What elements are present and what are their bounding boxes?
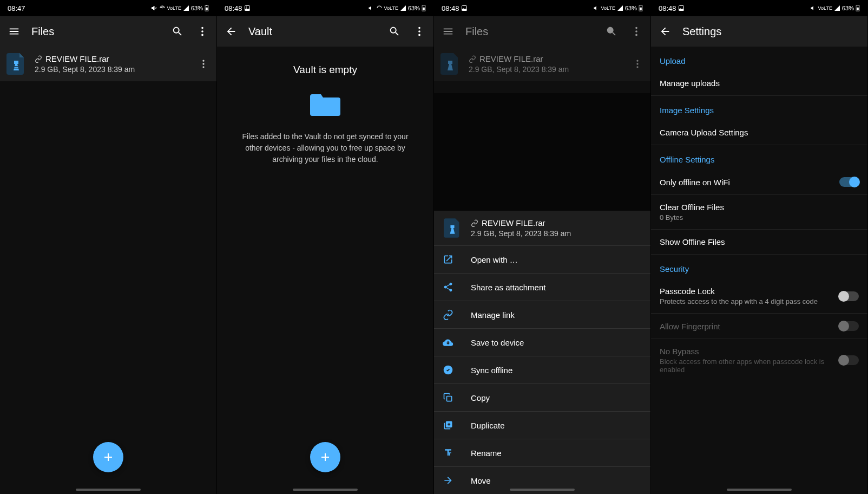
copy-icon xyxy=(442,391,455,404)
toggle-no-bypass xyxy=(839,355,859,365)
section-offline: Offline Settings xyxy=(651,145,867,170)
more-icon[interactable] xyxy=(412,24,427,39)
hamburger-icon[interactable] xyxy=(6,24,22,39)
section-upload: Upload xyxy=(651,47,867,71)
nav-indicator xyxy=(510,489,575,491)
svg-point-28 xyxy=(636,66,638,68)
open-external-icon xyxy=(442,253,455,266)
action-open-with[interactable]: Open with … xyxy=(434,246,650,274)
status-bar: 08:48 VoLTE 63% xyxy=(651,0,867,16)
sheet-file-meta: 2.9 GB, Sept 8, 2023 8:39 am xyxy=(471,229,643,238)
file-type-icon xyxy=(439,53,461,75)
file-type-icon xyxy=(5,53,27,75)
setting-only-wifi[interactable]: Only offline on WiFi xyxy=(651,170,867,195)
screen-settings: 08:48 VoLTE 63% Settings Upload Manage u… xyxy=(651,0,868,494)
setting-no-bypass: No Bypass Block access from other apps w… xyxy=(651,339,867,381)
file-name: REVIEW FILE.rar xyxy=(45,54,109,63)
svg-rect-34 xyxy=(857,8,859,10)
screen-vault: 08:48 VoLTE 63% Vault Vault is empty Fil… xyxy=(217,0,434,494)
status-icons: VoLTE 63% xyxy=(151,5,209,11)
search-icon[interactable] xyxy=(170,24,185,39)
empty-description: Files added to the Vault do not get sync… xyxy=(228,131,423,165)
fab-add-button[interactable] xyxy=(93,442,123,472)
arrow-right-icon xyxy=(442,474,455,487)
content-area: REVIEW FILE.rar 2.9 GB, Sept 8, 2023 8:3… xyxy=(434,47,650,494)
screen-files: 08:47 VoLTE 63% Files xyxy=(0,0,217,494)
page-title: Files xyxy=(31,25,160,38)
setting-clear-offline[interactable]: Clear Offline Files 0 Bytes xyxy=(651,195,867,230)
svg-point-11 xyxy=(202,66,204,68)
action-rename[interactable]: Rename xyxy=(434,439,650,467)
svg-rect-8 xyxy=(12,68,21,69)
svg-point-26 xyxy=(636,60,638,62)
status-bar: 08:48 VoLTE 63% xyxy=(217,0,433,16)
action-copy[interactable]: Copy xyxy=(434,384,650,412)
section-image: Image Settings xyxy=(651,96,867,120)
svg-point-9 xyxy=(202,60,204,62)
setting-fingerprint: Allow Fingerprint xyxy=(651,314,867,339)
folder-icon xyxy=(310,92,340,116)
sheet-header: REVIEW FILE.rar 2.9 GB, Sept 8, 2023 8:3… xyxy=(434,211,650,246)
search-icon[interactable] xyxy=(387,24,402,39)
svg-point-17 xyxy=(418,30,420,32)
duplicate-icon xyxy=(442,419,455,432)
nav-indicator xyxy=(76,489,141,491)
more-icon[interactable] xyxy=(195,24,210,39)
status-time: 08:48 xyxy=(442,4,468,12)
svg-rect-6 xyxy=(14,61,18,64)
setting-show-offline[interactable]: Show Offline Files xyxy=(651,230,867,255)
file-meta: 2.9 GB, Sept 8, 2023 8:39 am xyxy=(35,65,188,74)
fab-add-button[interactable] xyxy=(310,442,340,472)
status-time: 08:47 xyxy=(8,4,25,12)
svg-point-10 xyxy=(202,63,204,64)
status-icons: VoLTE 63% xyxy=(593,5,643,11)
back-icon[interactable] xyxy=(223,24,239,39)
action-save-device[interactable]: Save to device xyxy=(434,329,650,356)
file-name: REVIEW FILE.rar xyxy=(479,54,543,63)
vault-empty-state: Vault is empty Files added to the Vault … xyxy=(217,47,433,494)
svg-rect-1 xyxy=(206,8,208,10)
action-duplicate[interactable]: Duplicate xyxy=(434,412,650,439)
action-share[interactable]: Share as attachment xyxy=(434,274,650,301)
svg-point-18 xyxy=(418,34,420,36)
svg-point-3 xyxy=(201,27,203,29)
link-icon xyxy=(469,55,476,63)
status-bar: 08:47 VoLTE 63% xyxy=(0,0,216,16)
file-more-icon xyxy=(630,56,645,72)
page-title: Settings xyxy=(682,25,861,38)
file-item[interactable]: REVIEW FILE.rar 2.9 GB, Sept 8, 2023 8:3… xyxy=(0,47,216,81)
toggle-only-wifi[interactable] xyxy=(839,177,859,187)
setting-manage-uploads[interactable]: Manage uploads xyxy=(651,71,867,96)
setting-passcode[interactable]: Passcode Lock Protects access to the app… xyxy=(651,279,867,314)
share-icon xyxy=(442,281,455,294)
svg-point-27 xyxy=(636,63,638,64)
svg-point-24 xyxy=(635,34,637,36)
svg-rect-29 xyxy=(450,225,454,228)
status-time: 08:48 xyxy=(225,4,251,12)
app-bar: Files xyxy=(0,16,216,47)
screen-file-actions: 08:48 VoLTE 63% Files RE xyxy=(434,0,651,494)
back-icon[interactable] xyxy=(657,24,673,39)
page-title: Files xyxy=(465,25,594,38)
status-bar: 08:48 VoLTE 63% xyxy=(434,0,650,16)
action-sync-offline[interactable]: Sync offline xyxy=(434,356,650,384)
svg-rect-15 xyxy=(423,8,425,10)
action-manage-link[interactable]: Manage link xyxy=(434,301,650,329)
svg-rect-31 xyxy=(447,396,452,401)
setting-camera-upload[interactable]: Camera Upload Settings xyxy=(651,120,867,145)
file-more-icon[interactable] xyxy=(196,56,211,72)
svg-rect-25 xyxy=(448,61,452,64)
svg-point-5 xyxy=(201,34,203,36)
more-icon xyxy=(629,24,644,39)
toggle-passcode[interactable] xyxy=(839,291,859,301)
nav-indicator xyxy=(293,489,358,491)
app-bar: Settings xyxy=(651,16,867,47)
app-bar: Files xyxy=(434,16,650,47)
svg-rect-7 xyxy=(12,66,21,67)
settings-list: Upload Manage uploads Image Settings Cam… xyxy=(651,47,867,494)
file-item: REVIEW FILE.rar 2.9 GB, Sept 8, 2023 8:3… xyxy=(434,47,650,81)
link-icon xyxy=(35,55,42,63)
search-icon xyxy=(604,24,619,39)
empty-title: Vault is empty xyxy=(228,64,423,76)
svg-point-4 xyxy=(201,30,203,32)
